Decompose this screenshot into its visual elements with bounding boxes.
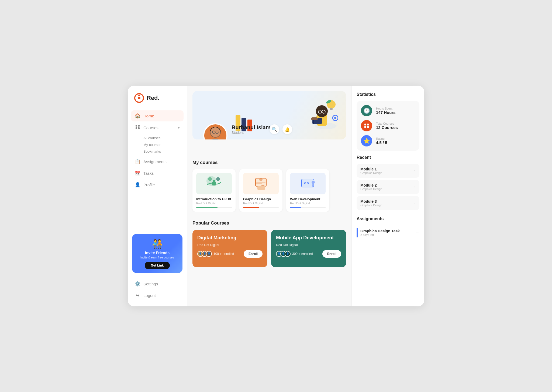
recent-arrow-2: →	[411, 184, 416, 189]
recent-item-2[interactable]: Module 2 Graphics Design →	[357, 180, 419, 194]
sidebar-item-logout[interactable]: ↪ Logout	[131, 290, 184, 301]
right-panel: Statistics 🕐 Hours Spent 147 Hours Total…	[351, 86, 424, 306]
stat-value-rating: 4.5 / 5	[376, 140, 387, 145]
svg-point-28	[216, 177, 220, 181]
svg-point-19	[334, 117, 336, 119]
course-card-img-webdev: < >	[290, 173, 326, 194]
course-name-uiux: Introduction to UI/UX	[196, 197, 232, 201]
popular-card-mobile-footer: 👤 👤 👤 300 + enrolled Enroll	[276, 250, 341, 258]
popular-enrolled-count-mobile: 300 + enrolled	[292, 252, 313, 256]
invite-card: 🧑‍🤝‍🧑 Invite Friends Invite & earn free …	[132, 234, 182, 273]
course-progress-webdev	[290, 207, 326, 208]
popular-card-mobile-provider: Red Dot Digital	[276, 243, 341, 247]
sidebar-item-courses[interactable]: Courses ▾	[131, 122, 184, 133]
recent-item-1[interactable]: Module 1 Graphics Design →	[357, 164, 419, 178]
recent-module-1: Module 1	[360, 167, 382, 171]
courses-sub-my[interactable]: My courses	[143, 142, 184, 148]
courses-icon	[135, 125, 140, 131]
tasks-icon: 📅	[135, 170, 140, 176]
sidebar-item-home-label: Home	[143, 114, 180, 118]
popular-enrolled-marketing: 👤 👤 👤 100 + enrolled	[197, 251, 234, 257]
recent-section: Recent Module 1 Graphics Design → Module…	[357, 155, 419, 212]
svg-point-2	[138, 94, 140, 96]
stat-icon-courses	[361, 120, 372, 131]
assignment-left-1: Graphics Design Task 2 days left	[357, 228, 400, 237]
recent-arrow-3: →	[411, 201, 416, 205]
svg-rect-40	[312, 184, 314, 187]
recent-item-3[interactable]: Module 3 Graphics Design →	[357, 196, 419, 210]
stats-card: 🕐 Hours Spent 147 Hours Total Courses 12…	[357, 101, 419, 151]
popular-enrolled-mobile: 👤 👤 👤 300 + enrolled	[276, 251, 313, 257]
sidebar-item-tasks[interactable]: 📅 Tasks	[131, 168, 184, 179]
my-courses-list: Introduction to UI/UX Red Dot Digital	[187, 169, 351, 212]
svg-rect-5	[136, 127, 137, 129]
courses-sub-bookmarks[interactable]: Bookmarks	[143, 148, 184, 155]
svg-point-9	[316, 105, 328, 117]
sidebar-item-profile[interactable]: 👤 Profile	[131, 179, 184, 190]
svg-rect-42	[367, 124, 369, 125]
recent-course-2: Graphics Design	[360, 187, 382, 191]
get-link-button[interactable]: Get Link	[145, 262, 170, 269]
course-progress-bar-graphics	[243, 207, 259, 208]
main-content: Burhanul Islam Student 🔍 🔔 My courses	[187, 86, 351, 306]
popular-card-mobile[interactable]: Mobile App Development Red Dot Digital 👤…	[271, 230, 346, 267]
course-progress-bar-uiux	[196, 207, 218, 208]
stat-row-hours: 🕐 Hours Spent 147 Hours	[361, 105, 415, 116]
course-name-graphics: Graphics Design	[243, 197, 279, 201]
recent-course-1: Graphics Design	[360, 171, 382, 174]
enroll-button-marketing[interactable]: Enroll	[244, 250, 263, 258]
course-card-img-graphics	[243, 173, 279, 194]
hero-illustration	[284, 91, 338, 139]
course-card-graphics[interactable]: Graphics Design Red Dot Digital	[239, 169, 282, 212]
notification-button[interactable]: 🔔	[282, 124, 292, 134]
popular-card-marketing-footer: 👤 👤 👤 100 + enrolled Enroll	[197, 250, 263, 258]
course-progress-uiux	[196, 207, 232, 208]
svg-point-32	[259, 178, 263, 181]
logout-icon: ↪	[135, 293, 140, 298]
enroll-button-mobile[interactable]: Enroll	[322, 250, 341, 258]
sidebar-item-settings[interactable]: ⚙️ Settings	[131, 278, 184, 289]
sidebar-item-assignments[interactable]: 📋 Assignments	[131, 156, 184, 167]
course-provider-uiux: Red Dot Digital	[196, 202, 232, 205]
svg-rect-29	[212, 182, 216, 186]
assignment-item-1[interactable]: Graphics Design Task 2 days left →	[357, 225, 419, 240]
stat-info-hours: Hours Spent 147 Hours	[376, 107, 396, 115]
svg-text:< >: < >	[304, 181, 309, 185]
svg-rect-34	[256, 183, 262, 184]
stat-icon-hours: 🕐	[361, 105, 372, 116]
courses-submenu: All courses My courses Bookmarks	[131, 134, 184, 156]
popular-card-marketing[interactable]: Digital Marketing Red Dot Digital 👤 👤 👤 …	[192, 230, 267, 267]
assignment-bar-1	[357, 228, 358, 237]
popular-enrolled-count-marketing: 100 + enrolled	[213, 252, 234, 256]
popular-courses-title: Popular Courses	[192, 220, 346, 226]
sidebar-item-settings-label: Settings	[143, 282, 180, 286]
app-container: Red. 🏠 Home Courses ▾ All courses My cou…	[128, 86, 424, 306]
sidebar-item-home[interactable]: 🏠 Home	[131, 110, 184, 121]
sidebar-item-logout-label: Logout	[143, 293, 180, 298]
stat-label-hours: Hours Spent	[376, 107, 396, 110]
svg-rect-15	[311, 117, 318, 120]
stat-row-rating: ⭐ Rating 4.5 / 5	[361, 135, 415, 146]
sidebar: Red. 🏠 Home Courses ▾ All courses My cou…	[128, 86, 187, 306]
course-card-uiux[interactable]: Introduction to UI/UX Red Dot Digital	[192, 169, 236, 212]
svg-point-1	[138, 97, 140, 99]
recent-module-3: Module 3	[360, 199, 382, 204]
courses-sub-all[interactable]: All courses	[143, 135, 184, 141]
assignment-title-1: Graphics Design Task	[360, 229, 400, 233]
assignment-arrow-1: →	[415, 230, 419, 235]
stat-value-courses: 12 Courses	[376, 125, 398, 130]
course-card-img-uiux	[196, 173, 232, 194]
enrolled-avatar-m3: 👤	[285, 251, 291, 257]
course-name-webdev: Web Development	[290, 197, 326, 201]
stat-label-courses: Total Courses	[376, 122, 398, 125]
course-card-webdev[interactable]: < > Web Development Red Dot Digital	[286, 169, 329, 212]
search-button[interactable]: 🔍	[270, 124, 279, 134]
svg-rect-4	[138, 125, 140, 127]
svg-point-39	[312, 181, 315, 184]
recent-arrow-1: →	[411, 168, 416, 173]
recent-info-3: Module 3 Graphics Design	[360, 199, 382, 207]
recent-info-1: Module 1 Graphics Design	[360, 167, 382, 174]
sidebar-item-assignments-label: Assignments	[143, 159, 180, 164]
sidebar-item-profile-label: Profile	[143, 183, 180, 187]
home-icon: 🏠	[135, 113, 140, 119]
